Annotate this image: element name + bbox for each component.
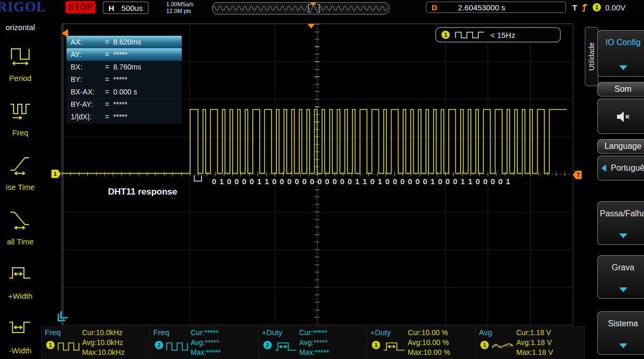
measurement-max: Max:10.0kHz [82,348,125,357]
timebase-group: H 500us [103,2,149,14]
fall-time-icon [8,207,32,230]
left-measure-menu: orizontal Period Freq ise Time all Time [0,16,41,359]
cursor-value: 8.620ms [113,38,182,46]
measurement-panel-duty-ch2[interactable]: +Duty 2 Cur:***** Avg:***** Max:***** [259,327,367,359]
cursor-name: BX: [71,63,105,71]
measurement-channel-badge: 2 [263,341,272,349]
cursor-name: 1/|dX|: [71,113,105,121]
cursor-row-by-ay[interactable]: BY-AY: = ***** [66,98,182,111]
cursor-value: 8.760ms [113,63,182,71]
language-value: Português [611,163,644,173]
horizontal-position-widget [212,2,390,15]
measure-item-label: +Width [8,292,32,300]
frequency-counter-badge: 1 < 15Hz [435,27,561,43]
measurement-channel-badge: 1 [372,341,380,349]
measurement-avg: Avg:10.0kHz [82,338,125,348]
pass-fail-label: Passa/Falha [600,209,644,218]
cursor-value: ***** [113,50,182,59]
cursor-row-bx[interactable]: BX: = 8.760ms [66,61,182,73]
language-section-header: Language [597,139,644,154]
memory-waveform-icon [212,3,388,14]
menu-io-config[interactable]: IO Config [597,30,644,77]
utility-tab[interactable]: Utilidade [585,27,598,86]
sample-rate: 1.00MSa/s [166,1,194,8]
trigger-label: T [572,3,577,12]
run-state-badge: STOP [65,1,96,13]
measurement-panel-duty-ch1[interactable]: +Duty 1 Cur:10.00 % Avg:10.00 % Max:10.0… [367,327,476,359]
measurement-panel-freq-ch1[interactable]: Freq 1 Cur:10.0kHz Avg:10.0kHz Max:10.0k… [42,327,150,359]
oscilloscope-screen: { "colors": { "channel1": "#d8d800", "ch… [0,0,644,359]
duty-cycle-icon [274,340,298,353]
average-icon [491,340,515,353]
measure-item-neg-width[interactable]: -Width [0,314,41,359]
measurement-cur: Cur:10.0kHz [82,328,125,338]
io-config-label: IO Config [606,38,641,47]
measurement-status-bar: Freq 1 Cur:10.0kHz Avg:10.0kHz Max:10.0k… [42,327,584,359]
measurement-avg: Avg:10.00 % [408,338,450,348]
timebase-value: 500us [122,4,143,12]
cursor-row-by[interactable]: BY: = ***** [66,73,182,86]
horizontal-label: H [109,4,114,12]
measurement-panel-freq-ch2[interactable]: Freq 2 Cur:***** Avg:***** Max:***** [150,327,259,359]
menu-language-select[interactable]: Português [597,156,644,181]
measurement-max: Max:***** [191,348,221,357]
cursor-row-inv-dx[interactable]: 1/|dX|: = ***** [66,111,182,123]
equals-sign: = [105,50,113,59]
measurement-avg: Avg:***** [191,338,221,348]
trigger-position-icon [310,3,316,6]
trigger-level-marker: T [573,171,582,179]
trigger-offscreen-marker [62,29,68,37]
measurement-cur: Cur:***** [299,328,329,338]
cursor-name: BX-AX: [71,88,105,96]
dropdown-icon [619,287,627,292]
measure-item-label: -Width [9,346,31,355]
menu-pass-fail[interactable]: Passa/Falha [597,201,644,245]
menu-system[interactable]: Sistema [597,311,644,355]
square-wave-icon [166,340,190,353]
delay-value: 2.60453000 s [458,3,505,12]
measurement-name: Freq [45,328,61,337]
measure-item-fall-time[interactable]: all Time [0,205,41,257]
measurement-name: +Duty [370,328,391,337]
system-label: Sistema [608,319,638,328]
sound-section-header: Som [597,82,644,96]
channel-wave-icon [455,31,485,38]
menu-record[interactable]: Grava [597,255,644,299]
rise-time-icon [8,153,32,175]
measure-item-label: Period [9,74,31,82]
sound-header-label: Som [614,85,632,94]
measurement-channel-badge: 2 [155,341,163,349]
measurement-name: +Duty [262,328,283,337]
freq-icon [8,98,32,121]
cursor-value: ***** [113,100,182,108]
trigger-status-group: T 1 0.00V [572,2,625,13]
measurement-panel-avg-ch1[interactable]: Avg 1 Cur:1.18 V Avg:1.18 V Max:1.18 V [476,327,584,359]
channel1-ground-marker: 1 [51,170,61,178]
trigger-position-marker [307,24,315,29]
measure-item-label: ise Time [6,183,35,191]
measure-item-pos-width[interactable]: +Width [0,259,41,311]
window-bracket-right [317,4,320,12]
measure-item-period[interactable]: Period [0,42,41,93]
cursor-row-ay[interactable]: AY: = ***** [66,48,182,61]
square-wave-icon [57,340,81,353]
cursor-name: AX: [71,38,105,46]
cursor-value: ***** [113,113,182,121]
dropdown-icon [619,65,627,70]
measurement-cur: Cur:***** [191,328,221,338]
measurement-max: Max:***** [299,348,329,357]
cursor-row-ax[interactable]: AX: = 8.620ms [66,36,182,48]
measure-item-freq[interactable]: Freq [0,96,41,148]
measure-item-label: all Time [7,237,34,246]
equals-sign: = [105,38,113,46]
select-left-icon [601,164,606,172]
cursor-value: ***** [113,75,182,84]
equals-sign: = [105,75,113,84]
menu-sound-toggle[interactable] [597,99,644,134]
measurement-cur: Cur:1.18 V [516,328,553,338]
decoded-bits-annotation: 0 1 0 0 0 0 1 1 0 0 0 0 0 0 0 0 0 0 0 1 … [212,177,511,186]
dropdown-icon [619,233,627,238]
cursor-row-bx-ax[interactable]: BX-AX: = 0.000 s [66,86,182,98]
measure-item-rise-time[interactable]: ise Time [0,150,41,202]
measurement-avg: Avg:***** [299,338,329,348]
